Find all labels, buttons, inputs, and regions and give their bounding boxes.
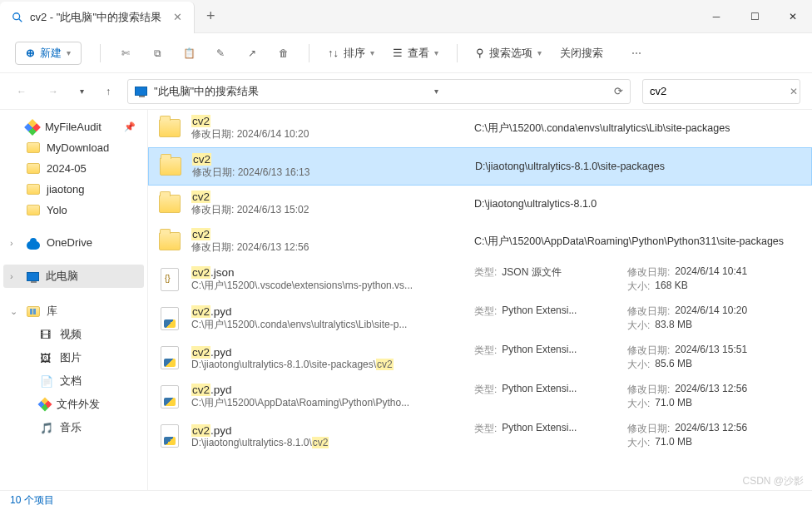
modified-label: 修改日期:: [191, 204, 234, 215]
result-main: cv2修改日期: 2024/6/13 15:02: [191, 191, 474, 217]
results-list: cv2修改日期: 2024/6/14 10:20C:\用户\15200\.con…: [148, 110, 812, 490]
result-name: cv2: [192, 153, 475, 166]
new-button[interactable]: ⊕ 新建 ▾: [15, 42, 82, 65]
close-icon[interactable]: ✕: [173, 11, 182, 23]
back-button[interactable]: ←: [12, 82, 32, 101]
close-search-button[interactable]: 关闭搜索: [560, 46, 603, 61]
chevron-down-icon[interactable]: ⌄: [10, 306, 17, 317]
sort-button[interactable]: ↑↓ 排序 ▾: [328, 46, 374, 61]
result-path: C:\用户\15200\.conda\envs\ultralytics\Lib\…: [474, 121, 799, 136]
sidebar-item-myfileaudit[interactable]: MyFileAudit📌: [3, 116, 144, 137]
close-window-button[interactable]: ✕: [774, 3, 812, 30]
sidebar-item-date[interactable]: 2024-05: [3, 158, 144, 179]
sidebar-item-thispc[interactable]: ›此电脑: [3, 265, 144, 288]
result-path: C:\用户\15200\AppData\Roaming\Python\Pytho…: [474, 235, 799, 249]
result-subtitle: 修改日期: 2024/6/13 15:02: [191, 203, 474, 217]
address-field[interactable]: "此电脑"中的搜索结果 ▾ ⟳: [127, 79, 631, 104]
view-button[interactable]: ☰ 查看 ▾: [393, 46, 438, 61]
chevron-down-icon: ▾: [537, 48, 542, 57]
chevron-down-icon: ▾: [370, 48, 374, 57]
sidebar-item-documents[interactable]: 📄文档: [3, 369, 144, 393]
chevron-right-icon[interactable]: ›: [10, 238, 13, 248]
result-main: cv2.pydC:\用户\15200\AppData\Roaming\Pytho…: [191, 384, 474, 410]
sidebar-item-yolo[interactable]: Yolo: [3, 200, 144, 220]
folder-icon: [27, 205, 40, 215]
pyd-file-icon: [156, 384, 183, 410]
search-options-button[interactable]: ⚲ 搜索选项 ▾: [476, 46, 542, 61]
chevron-down-icon[interactable]: ▾: [75, 83, 89, 99]
sidebar-item-library[interactable]: ⌄库: [3, 300, 144, 323]
result-row[interactable]: cv2.pydD:\jiaotong\ultralytics-8.1.0\cv2…: [148, 417, 812, 456]
paste-icon[interactable]: 📋: [182, 47, 196, 60]
result-row[interactable]: cv2.pydC:\用户\15200\AppData\Roaming\Pytho…: [148, 378, 812, 417]
chevron-down-icon[interactable]: ▾: [434, 87, 438, 96]
result-name: cv2: [191, 191, 474, 203]
search-options-icon: ⚲: [476, 47, 484, 59]
up-button[interactable]: ↑: [101, 82, 116, 101]
json-file-icon: [156, 266, 183, 293]
sidebar-item-music[interactable]: 🎵音乐: [3, 416, 144, 439]
folder-icon: [157, 153, 184, 180]
window-controls: ─ ☐ ✕: [697, 3, 812, 30]
sidebar-item-pictures[interactable]: 🖼图片: [3, 346, 144, 369]
result-row[interactable]: cv2修改日期: 2024/6/14 10:20C:\用户\15200\.con…: [148, 110, 812, 147]
sidebar-item-jiaotong[interactable]: jiaotong: [3, 179, 144, 200]
chevron-down-icon: ▾: [67, 48, 71, 57]
maximize-button[interactable]: ☐: [735, 3, 774, 30]
result-meta: 类型:Python Extensi...修改日期:2024/6/13 12:56…: [474, 383, 804, 411]
result-main: cv2.jsonC:\用户\15200\.vscode\extensions\m…: [191, 266, 474, 293]
tab-active[interactable]: cv2 - "此电脑"中的搜索结果 ✕: [0, 2, 195, 33]
status-bar: 10 个项目: [0, 490, 812, 510]
pc-icon: [135, 87, 147, 96]
modified-label: 修改日期:: [191, 128, 234, 140]
result-meta: 类型:Python Extensi...修改日期:2024/6/13 12:56…: [474, 422, 804, 450]
sidebar: MyFileAudit📌 MyDownload 2024-05 jiaotong…: [0, 110, 148, 490]
sort-icon: ↑↓: [328, 47, 339, 59]
more-icon[interactable]: ⋯: [630, 47, 643, 60]
svg-point-0: [13, 12, 20, 19]
pyd-file-icon: [156, 344, 183, 371]
result-subtitle: D:\jiaotong\ultralytics-8.1.0\cv2: [191, 437, 474, 448]
result-meta: 类型:JSON 源文件修改日期:2024/6/14 10:41大小:168 KB: [474, 265, 804, 294]
result-name: cv2: [191, 115, 474, 127]
share-icon[interactable]: ↗: [245, 47, 259, 60]
folder-icon: [27, 163, 40, 174]
result-row[interactable]: cv2修改日期: 2024/6/13 12:56C:\用户\15200\AppD…: [148, 223, 812, 260]
result-path: D:\jiaotong\ultralytics-8.1.0: [474, 198, 799, 210]
sidebar-item-mydownload[interactable]: MyDownload: [3, 137, 144, 158]
delete-icon[interactable]: 🗑: [277, 47, 290, 60]
library-icon: [27, 306, 40, 317]
search-box[interactable]: ✕: [642, 79, 800, 104]
minimize-button[interactable]: ─: [697, 3, 735, 30]
result-main: cv2修改日期: 2024/6/13 16:13: [192, 153, 475, 180]
sidebar-item-onedrive[interactable]: ›OneDrive: [3, 232, 144, 253]
modified-label: 修改日期:: [191, 241, 234, 253]
result-row[interactable]: cv2修改日期: 2024/6/13 15:02D:\jiaotong\ultr…: [148, 186, 812, 223]
refresh-icon[interactable]: ⟳: [614, 85, 623, 97]
result-name: cv2.pyd: [191, 305, 474, 318]
search-input[interactable]: [650, 85, 790, 97]
result-row[interactable]: cv2修改日期: 2024/6/13 16:13D:\jiaotong\ultr…: [148, 147, 812, 186]
result-name: cv2.pyd: [191, 346, 474, 359]
item-count: 10 个项目: [10, 493, 54, 508]
new-tab-button[interactable]: +: [195, 7, 227, 25]
result-subtitle: C:\用户\15200\AppData\Roaming\Python\Pytho…: [191, 396, 474, 410]
result-row[interactable]: cv2.pydC:\用户\15200\.conda\envs\ultralyti…: [148, 300, 812, 339]
diamond-icon: [24, 119, 41, 136]
result-main: cv2修改日期: 2024/6/14 10:20: [191, 115, 474, 141]
sidebar-item-fileshare[interactable]: 文件外发: [3, 393, 144, 416]
plus-icon: ⊕: [26, 47, 35, 59]
result-row[interactable]: cv2.jsonC:\用户\15200\.vscode\extensions\m…: [148, 260, 812, 300]
toolbar: ⊕ 新建 ▾ ✄ ⧉ 📋 ✎ ↗ 🗑 ↑↓ 排序 ▾ ☰ 查看 ▾ ⚲ 搜索选项…: [0, 33, 812, 73]
folder-icon: [27, 142, 40, 153]
forward-button[interactable]: →: [43, 82, 63, 101]
result-name: cv2.pyd: [191, 384, 474, 396]
copy-icon[interactable]: ⧉: [151, 47, 164, 60]
sidebar-item-videos[interactable]: 🎞视频: [3, 323, 144, 346]
result-row[interactable]: cv2.pydD:\jiaotong\ultralytics-8.1.0\sit…: [148, 339, 812, 378]
rename-icon[interactable]: ✎: [214, 47, 227, 60]
folder-icon: [156, 191, 183, 217]
clear-icon[interactable]: ✕: [790, 86, 798, 97]
chevron-right-icon[interactable]: ›: [10, 271, 13, 281]
cut-icon[interactable]: ✄: [119, 47, 132, 60]
